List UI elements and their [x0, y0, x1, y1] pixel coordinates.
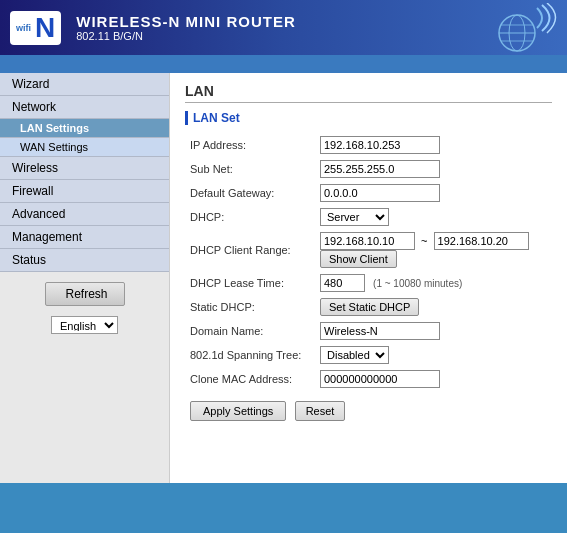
- globe-decoration: [472, 0, 562, 55]
- reset-button[interactable]: Reset: [295, 401, 346, 421]
- spanning-tree-select[interactable]: Disabled Enabled: [320, 346, 389, 364]
- sidebar-item-status[interactable]: Status: [0, 249, 169, 272]
- static-dhcp-label: Static DHCP:: [185, 295, 315, 319]
- sub-title: 802.11 B/G/N: [76, 30, 296, 42]
- sub-net-label: Sub Net:: [185, 157, 315, 181]
- dhcp-lease-time-label: DHCP Lease Time:: [185, 271, 315, 295]
- ip-address-input[interactable]: [320, 136, 440, 154]
- dhcp-label: DHCP:: [185, 205, 315, 229]
- refresh-button[interactable]: Refresh: [45, 282, 125, 306]
- dhcp-lease-note: (1 ~ 10080 minutes): [373, 278, 462, 289]
- lan-form-table: IP Address: Sub Net: Default Gateway: DH…: [185, 133, 552, 391]
- header-title: WIRELESS-N MINI ROUTER 802.11 B/G/N: [76, 13, 296, 42]
- clone-mac-input[interactable]: [320, 370, 440, 388]
- wifi-icon: wifi: [16, 23, 31, 33]
- sidebar-item-network[interactable]: Network: [0, 96, 169, 119]
- spanning-tree-row: 802.1d Spanning Tree: Disabled Enabled: [185, 343, 552, 367]
- domain-name-row: Domain Name:: [185, 319, 552, 343]
- sidebar-item-lan-settings[interactable]: LAN Settings: [0, 119, 169, 138]
- sidebar-item-firewall[interactable]: Firewall: [0, 180, 169, 203]
- ip-address-label: IP Address:: [185, 133, 315, 157]
- action-row: Apply Settings Reset: [185, 401, 552, 421]
- sidebar-section: Wizard Network LAN Settings WAN Settings…: [0, 73, 169, 272]
- apply-settings-button[interactable]: Apply Settings: [190, 401, 286, 421]
- default-gateway-row: Default Gateway:: [185, 181, 552, 205]
- dhcp-lease-time-row: DHCP Lease Time: (1 ~ 10080 minutes): [185, 271, 552, 295]
- default-gateway-input[interactable]: [320, 184, 440, 202]
- globe-svg: [482, 3, 562, 53]
- wifi-label: wifi: [16, 23, 31, 33]
- content-area: LAN LAN Set IP Address: Sub Net: Default…: [170, 73, 567, 483]
- dhcp-lease-input[interactable]: [320, 274, 365, 292]
- dhcp-row: DHCP: Server Disabled Client: [185, 205, 552, 229]
- sidebar-item-wan-settings[interactable]: WAN Settings: [0, 138, 169, 157]
- clone-mac-row: Clone MAC Address:: [185, 367, 552, 391]
- sidebar-item-wireless[interactable]: Wireless: [0, 157, 169, 180]
- domain-name-label: Domain Name:: [185, 319, 315, 343]
- sub-net-input[interactable]: [320, 160, 440, 178]
- sidebar-item-wizard[interactable]: Wizard: [0, 73, 169, 96]
- dhcp-client-range-row: DHCP Client Range: ~ Show Client: [185, 229, 552, 271]
- header-logo: wifi N: [10, 11, 61, 45]
- nav-bar: [0, 55, 567, 73]
- show-client-button[interactable]: Show Client: [320, 250, 397, 268]
- sub-net-row: Sub Net:: [185, 157, 552, 181]
- sidebar-item-advanced[interactable]: Advanced: [0, 203, 169, 226]
- dhcp-range-start-input[interactable]: [320, 232, 415, 250]
- main-title: WIRELESS-N MINI ROUTER: [76, 13, 296, 30]
- sidebar: Wizard Network LAN Settings WAN Settings…: [0, 73, 170, 483]
- default-gateway-label: Default Gateway:: [185, 181, 315, 205]
- range-separator: ~: [421, 235, 427, 247]
- dhcp-client-range-label: DHCP Client Range:: [185, 229, 315, 271]
- language-select[interactable]: English: [51, 316, 118, 334]
- domain-name-input[interactable]: [320, 322, 440, 340]
- header: wifi N WIRELESS-N MINI ROUTER 802.11 B/G…: [0, 0, 567, 55]
- static-dhcp-row: Static DHCP: Set Static DHCP: [185, 295, 552, 319]
- dhcp-select[interactable]: Server Disabled Client: [320, 208, 389, 226]
- clone-mac-label: Clone MAC Address:: [185, 367, 315, 391]
- set-static-dhcp-button[interactable]: Set Static DHCP: [320, 298, 419, 316]
- footer: [0, 483, 567, 533]
- main-layout: Wizard Network LAN Settings WAN Settings…: [0, 73, 567, 483]
- page-title: LAN: [185, 83, 552, 103]
- spanning-tree-label: 802.1d Spanning Tree:: [185, 343, 315, 367]
- sidebar-item-management[interactable]: Management: [0, 226, 169, 249]
- ip-address-row: IP Address:: [185, 133, 552, 157]
- section-title: LAN Set: [185, 111, 552, 125]
- n-logo: N: [35, 14, 55, 42]
- dhcp-range-end-input[interactable]: [434, 232, 529, 250]
